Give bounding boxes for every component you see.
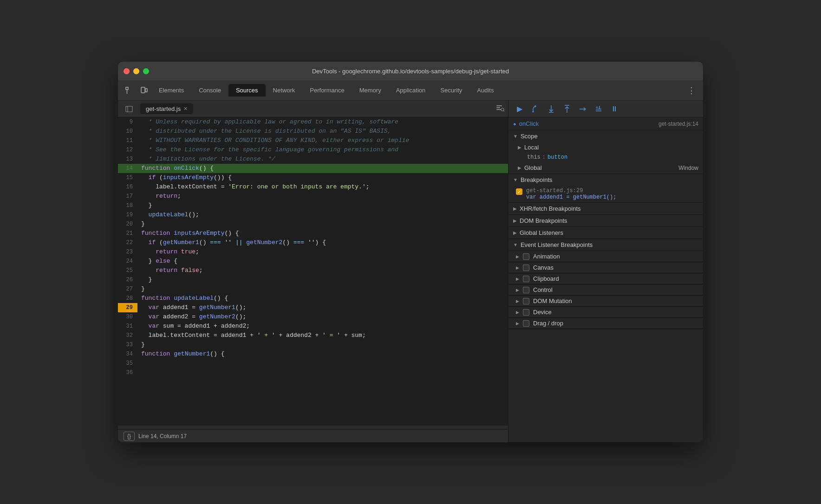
dom-breakpoints-section[interactable]: ▶ DOM Breakpoints — [508, 215, 703, 227]
xhr-fetch-section[interactable]: ▶ XHR/fetch Breakpoints — [508, 203, 703, 215]
breakpoint-checkbox[interactable] — [516, 188, 522, 195]
line-number: 11 — [118, 136, 137, 145]
line-number: 36 — [118, 368, 137, 377]
breakpoints-section: ▼ Breakpoints get-started.js:29 var adde… — [508, 174, 703, 203]
file-tab-close-icon[interactable]: ✕ — [183, 106, 188, 112]
line-number: 20 — [118, 220, 137, 229]
line-content: var addend1 = getNumber1(); — [137, 303, 508, 312]
step-button[interactable] — [576, 103, 589, 116]
scope-header[interactable]: ▼ Scope — [508, 130, 703, 142]
more-tabs-button[interactable]: ⋮ — [684, 85, 699, 96]
line-number: 23 — [118, 247, 137, 257]
step-out-button[interactable] — [560, 103, 573, 116]
animation-checkbox[interactable] — [523, 253, 529, 260]
tab-elements[interactable]: Elements — [151, 84, 191, 97]
device-toolbar-icon[interactable] — [137, 83, 151, 98]
device-checkbox[interactable] — [523, 309, 529, 316]
right-panel: ▶ — [508, 101, 703, 442]
inspect-icon[interactable] — [122, 83, 137, 98]
tab-console[interactable]: Console — [191, 84, 228, 97]
deactivate-button[interactable] — [592, 103, 605, 116]
clipboard-checkbox[interactable] — [523, 276, 529, 282]
event-item-dom-mutation[interactable]: ▶ DOM Mutation — [508, 296, 703, 307]
tab-performance[interactable]: Performance — [302, 84, 352, 97]
file-tab[interactable]: get-started.js ✕ — [140, 103, 193, 114]
call-stack-item[interactable]: ● onClick get-started.js:14 — [508, 117, 703, 130]
tab-memory[interactable]: Memory — [352, 84, 389, 97]
canvas-checkbox[interactable] — [523, 265, 529, 271]
line-content — [137, 359, 508, 368]
tab-application[interactable]: Application — [389, 84, 433, 97]
event-listener-breakpoints-header[interactable]: ▼ Event Listener Breakpoints — [508, 239, 703, 251]
event-item-drag-drop[interactable]: ▶ Drag / drop — [508, 318, 703, 329]
svg-rect-6 — [496, 105, 502, 106]
format-toggle[interactable]: {} — [124, 432, 135, 441]
tab-security[interactable]: Security — [433, 84, 469, 97]
global-scope-title: Global — [524, 164, 542, 171]
global-scope-value: Window — [678, 165, 698, 171]
step-over-button[interactable] — [529, 103, 542, 116]
line-number: 17 — [118, 192, 137, 201]
right-content[interactable]: ● onClick get-started.js:14 ▼ Scope ▶ Lo… — [508, 117, 703, 442]
dom-mutation-checkbox[interactable] — [523, 298, 529, 304]
toggle-sidebar-icon[interactable] — [122, 102, 137, 116]
line-number: 27 — [118, 284, 137, 294]
breakpoints-header[interactable]: ▼ Breakpoints — [508, 174, 703, 186]
line-content: if (inputsAreEmpty()) { — [137, 173, 508, 182]
tab-sources[interactable]: Sources — [228, 84, 266, 97]
line-content: var addend2 = getNumber2(); — [137, 312, 508, 322]
global-listeners-section[interactable]: ▶ Global Listeners — [508, 227, 703, 239]
line-number: 18 — [118, 201, 137, 210]
line-number: 31 — [118, 322, 137, 331]
code-line: 36 — [118, 368, 508, 377]
breakpoint-item[interactable]: get-started.js:29 var addend1 = getNumbe… — [508, 186, 703, 202]
resume-button[interactable]: ▶ — [513, 103, 526, 116]
event-item-device[interactable]: ▶ Device — [508, 307, 703, 318]
breakpoint-code: var addend1 = getNumber1(); — [526, 194, 616, 200]
horizontal-scrollbar[interactable] — [118, 426, 508, 429]
animation-label: Animation — [533, 253, 560, 260]
local-scope-header[interactable]: ▶ Local — [508, 142, 703, 153]
code-line: 26 } — [118, 275, 508, 284]
tab-audits[interactable]: Audits — [469, 84, 501, 97]
line-number: 30 — [118, 312, 137, 322]
maximize-button[interactable] — [143, 68, 149, 74]
code-line: 13 * limitations under the License. */ — [118, 155, 508, 164]
pause-on-exceptions-button[interactable]: ⏸ — [608, 103, 621, 116]
code-editor[interactable]: 9 * Unless required by applicable law or… — [118, 117, 508, 426]
format-button[interactable] — [496, 104, 504, 114]
event-item-canvas[interactable]: ▶ Canvas — [508, 262, 703, 273]
step-into-button[interactable] — [545, 103, 558, 116]
minimize-button[interactable] — [133, 68, 139, 74]
control-checkbox[interactable] — [523, 287, 529, 293]
event-item-clipboard[interactable]: ▶ Clipboard — [508, 273, 703, 284]
breakpoint-line-number: 29 — [118, 303, 137, 312]
code-scroll[interactable]: 9 * Unless required by applicable law or… — [118, 117, 508, 426]
line-content: return true; — [137, 247, 508, 257]
call-stack-location: get-started.js:14 — [658, 121, 698, 127]
dom-mutation-label: DOM Mutation — [533, 297, 572, 304]
line-number: 28 — [118, 294, 137, 303]
event-item-control[interactable]: ▶ Control — [508, 284, 703, 296]
line-number: 25 — [118, 266, 137, 275]
close-button[interactable] — [124, 68, 130, 74]
svg-point-9 — [501, 108, 504, 111]
global-scope-header[interactable]: ▶ Global Window — [508, 162, 703, 174]
line-number: 32 — [118, 331, 137, 340]
code-line: 22 if (getNumber1() === '' || getNumber2… — [118, 238, 508, 247]
code-line: 25 return false; — [118, 266, 508, 275]
tab-network[interactable]: Network — [266, 84, 303, 97]
editor-toolbar: get-started.js ✕ — [118, 101, 508, 117]
title-bar: DevTools - googlechrome.github.io/devtoo… — [118, 62, 703, 80]
code-line: 24 } else { — [118, 257, 508, 266]
line-number: 16 — [118, 182, 137, 192]
drag-drop-checkbox[interactable] — [523, 320, 529, 327]
svg-rect-4 — [126, 106, 132, 112]
code-line: 35 — [118, 359, 508, 368]
animation-expand-icon: ▶ — [516, 254, 519, 259]
global-listeners-arrow-icon: ▶ — [513, 230, 517, 235]
line-content: * See the License for the specific langu… — [137, 145, 508, 155]
event-item-animation[interactable]: ▶ Animation — [508, 251, 703, 262]
line-content — [137, 368, 508, 377]
svg-rect-3 — [145, 89, 147, 92]
